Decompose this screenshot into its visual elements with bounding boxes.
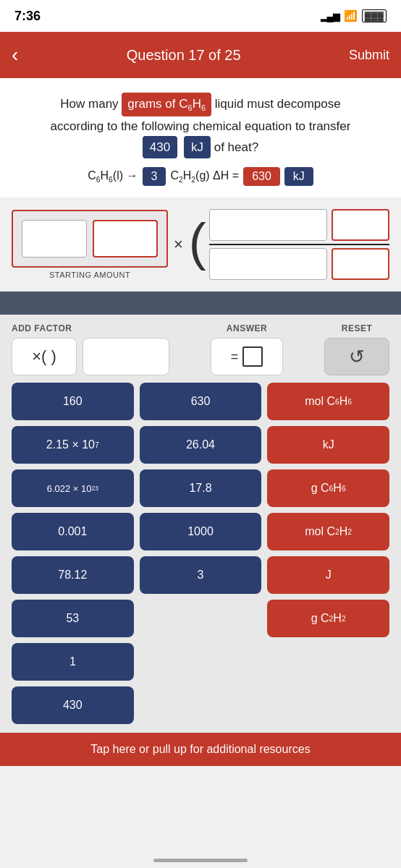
btn-160[interactable]: 160 (12, 383, 134, 420)
answer-section: ANSWER = (211, 323, 283, 375)
back-button[interactable]: ‹ (12, 43, 18, 67)
add-factor-input[interactable] (83, 338, 169, 375)
calculator-area: ADD FACTOR ×( ) ANSWER = RESET ↺ (0, 315, 401, 733)
btn-empty-73 (267, 643, 389, 681)
btn-17p8[interactable]: 17.8 (140, 469, 262, 507)
btn-empty-82 (140, 686, 262, 724)
reset-label: RESET (342, 323, 373, 333)
starting-amount-box (12, 210, 168, 268)
question-area: How many grams of C6H6 liquid must decom… (0, 78, 401, 197)
chemical-equation: C6H6(l) → 3 C2H2(g) ΔH = 630 kJ (14, 167, 387, 186)
status-icons: ▂▄▆ 📶 ▓▓▓ (321, 9, 387, 22)
answer-square (242, 346, 263, 367)
equals-symbol: = (231, 349, 239, 365)
q-line1-pre: How many (60, 97, 118, 111)
btn-j[interactable]: J (267, 556, 389, 594)
btn-0p001[interactable]: 0.001 (12, 513, 134, 550)
multiply-symbol: × (174, 235, 183, 254)
highlight-chemical: grams of C6H6 (122, 93, 211, 116)
setup-area: STARTING AMOUNT × ( (0, 197, 401, 292)
bottom-bar-label: Tap here or pull up for additional resou… (90, 743, 310, 755)
signal-icon: ▂▄▆ (321, 11, 339, 22)
eq-val: 630 (243, 167, 280, 186)
starting-input-2[interactable] (93, 220, 158, 258)
denominator-input-2[interactable] (332, 248, 389, 280)
status-bar: 7:36 ▂▄▆ 📶 ▓▓▓ (0, 0, 401, 32)
eq-num: 3 (143, 167, 166, 186)
btn-g-c2h2[interactable]: g C2H2 (267, 600, 389, 637)
add-factor-section: ADD FACTOR ×( ) (12, 323, 169, 375)
numerator-input-2[interactable] (332, 209, 389, 241)
calc-controls-row: ADD FACTOR ×( ) ANSWER = RESET ↺ (12, 323, 389, 375)
btn-630[interactable]: 630 (140, 383, 262, 420)
q-line2: according to the following chemical equa… (51, 119, 351, 133)
btn-1[interactable]: 1 (12, 643, 134, 681)
btn-empty-83 (267, 686, 389, 724)
btn-mol-c6h6[interactable]: mol C6H6 (267, 383, 389, 420)
btn-53[interactable]: 53 (12, 600, 134, 637)
heat-unit: kJ (184, 136, 211, 158)
btn-avogadro[interactable]: 6.022 × 1023 (12, 469, 134, 507)
dark-divider (0, 292, 401, 315)
eq-mid: C2H2(g) ΔH = (170, 169, 239, 184)
btn-mol-c2h2[interactable]: mol C2H2 (267, 513, 389, 550)
starting-input-1[interactable] (22, 220, 87, 258)
btn-78p12[interactable]: 78.12 (12, 556, 134, 594)
question-title: Question 17 of 25 (18, 47, 349, 64)
home-indicator (153, 859, 248, 862)
btn-430[interactable]: 430 (12, 686, 134, 724)
fraction-line (209, 244, 389, 245)
add-factor-label: ADD FACTOR (12, 323, 169, 333)
app-header: ‹ Question 17 of 25 Submit (0, 32, 401, 78)
eq-unit: kJ (284, 167, 313, 186)
starting-label: STARTING AMOUNT (49, 271, 130, 279)
btn-kj[interactable]: kJ (267, 426, 389, 464)
wifi-icon: 📶 (344, 9, 358, 22)
answer-label: ANSWER (227, 323, 267, 333)
btn-empty-72 (140, 643, 262, 681)
submit-button[interactable]: Submit (349, 48, 389, 63)
status-time: 7:36 (14, 9, 41, 24)
answer-button[interactable]: = (211, 338, 283, 375)
bottom-bar[interactable]: Tap here or pull up for additional resou… (0, 733, 401, 766)
button-grid: 160 630 mol C6H6 2.15 × 107 26.04 kJ 6.0… (12, 383, 389, 724)
add-factor-button[interactable]: ×( ) (12, 338, 77, 375)
btn-26p04[interactable]: 26.04 (140, 426, 262, 464)
heat-suffix: of heat? (214, 140, 258, 154)
numerator-input-1[interactable] (209, 209, 327, 241)
battery-icon: ▓▓▓ (362, 9, 387, 22)
btn-2p15e7[interactable]: 2.15 × 107 (12, 426, 134, 464)
q-line1-post: liquid must decompose (215, 97, 341, 111)
eq-pre: C6H6(l) → (88, 169, 138, 184)
btn-3[interactable]: 3 (140, 556, 262, 594)
btn-g-c6h6[interactable]: g C6H6 (267, 469, 389, 507)
reset-section: RESET ↺ (324, 323, 389, 375)
heat-value: 430 (143, 136, 177, 158)
open-paren: ( (189, 216, 206, 268)
denominator-input-1[interactable] (209, 248, 327, 280)
btn-empty-62 (140, 600, 262, 637)
btn-1000[interactable]: 1000 (140, 513, 262, 550)
reset-button[interactable]: ↺ (324, 338, 389, 375)
reset-icon: ↺ (349, 346, 365, 368)
question-text: How many grams of C6H6 liquid must decom… (14, 93, 387, 158)
add-factor-btn-label: ×( ) (32, 347, 56, 366)
